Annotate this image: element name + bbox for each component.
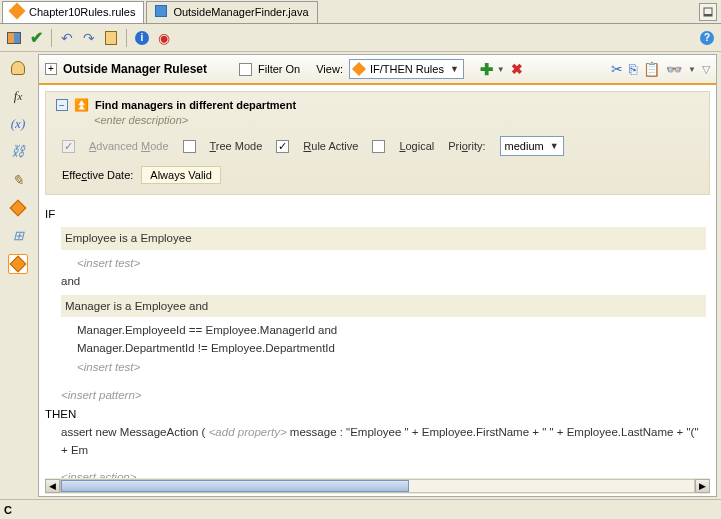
help-icon: ? [700,31,714,45]
chevron-down-icon: ▼ [497,65,505,74]
minimize-icon [703,7,713,17]
side-edit-button[interactable]: ✎ [8,170,28,190]
redo-icon: ↷ [83,30,95,46]
move-down-button[interactable]: ▽ [702,63,710,76]
database-icon [11,61,25,75]
link-icon: ⛓ [11,144,25,160]
rules-file-icon [11,5,25,19]
delete-rule-button[interactable]: ✖ [511,61,523,77]
insert-action-hint[interactable]: <insert action> [61,468,706,478]
tab-rules-file[interactable]: Chapter10Rules.rules [2,1,144,23]
filter-on-label: Filter On [258,63,300,75]
view-select[interactable]: IF/THEN Rules ▼ [349,59,464,79]
check-icon: ✔ [30,28,43,47]
find-button[interactable]: 👓 [666,62,682,77]
undo-icon: ↶ [61,30,73,46]
stop-icon: ◉ [158,30,170,46]
info-icon: i [135,31,149,45]
view-label: View: [316,63,343,75]
chevron-down-icon: ▼ [688,65,696,74]
insert-pattern-hint[interactable]: <insert pattern> [61,386,706,404]
rule-name: Find managers in different department [95,99,296,111]
expand-ruleset-button[interactable]: + [45,63,57,75]
condition-expr-1[interactable]: Manager.EmployeeId == Employee.ManagerId… [77,321,706,339]
scroll-left-button[interactable]: ◀ [45,479,60,493]
chevron-down-icon: ▼ [550,141,559,151]
validate-button[interactable]: ✔ [26,28,46,48]
view-value: IF/THEN Rules [370,63,444,75]
cut-button[interactable]: ✂ [611,61,623,77]
java-file-icon [155,5,169,19]
tree-icon: ⊞ [13,228,24,244]
chevron-down-icon: ▼ [450,64,459,74]
diamond-icon [10,200,27,217]
side-fx-button[interactable]: fx [8,86,28,106]
effective-date-label: Effective Date: [62,169,133,181]
undo-button[interactable]: ↶ [57,28,77,48]
rule-active-label: Rule Active [303,140,358,152]
side-var-button[interactable]: (x) [8,114,28,134]
minimize-editor-button[interactable] [699,3,717,21]
diamond-icon [352,62,366,76]
info-button[interactable]: ◉ [154,28,174,48]
description-hint[interactable]: <enter description> [94,114,699,126]
paste-button[interactable] [101,28,121,48]
redo-button[interactable]: ↷ [79,28,99,48]
paste-button[interactable]: 📋 [643,61,660,77]
insert-test-hint-2[interactable]: <insert test> [77,358,706,376]
side-rule-button[interactable] [8,198,28,218]
then-keyword: THEN [45,405,706,423]
hscroll-thumb[interactable] [61,480,409,492]
collapse-rule-button[interactable]: − [56,99,68,111]
side-link-button[interactable]: ⛓ [8,142,28,162]
add-property-hint[interactable]: <add property> [209,426,287,438]
side-db-button[interactable] [8,58,28,78]
copy-button[interactable]: ⎘ [629,61,637,77]
collapse-all-button[interactable]: ⏫ [74,98,89,112]
tab-label: Chapter10Rules.rules [29,6,135,18]
diamond-selected-icon [10,256,27,273]
condition-expr-2[interactable]: Manager.DepartmentId != Employee.Departm… [77,339,706,357]
effective-date-value[interactable]: Always Valid [141,166,221,184]
side-tree-button[interactable]: ⊞ [8,226,28,246]
options-button[interactable]: i [132,28,152,48]
book-icon [7,32,21,44]
priority-label: Priority: [448,140,485,152]
tree-mode-checkbox[interactable] [183,140,196,153]
and-keyword: and [61,272,706,290]
priority-value: medium [505,140,544,152]
help-button[interactable]: ? [697,28,717,48]
logical-label: Logical [399,140,434,152]
side-ruleset-button[interactable] [8,254,28,274]
priority-select[interactable]: medium ▼ [500,136,564,156]
insert-test-hint[interactable]: <insert test> [77,254,706,272]
add-rule-button[interactable]: ✚ [480,60,493,79]
pencil-icon: ✎ [12,172,24,189]
logical-checkbox[interactable] [372,140,385,153]
clipboard-icon [105,31,117,45]
advanced-mode-checkbox [62,140,75,153]
svg-rect-1 [704,14,712,16]
tab-label: OutsideManagerFinder.java [173,6,308,18]
condition-manager[interactable]: Manager is a Employee and [61,295,706,317]
assert-action[interactable]: assert new MessageAction ( <add property… [61,423,706,460]
scroll-right-button[interactable]: ▶ [695,479,710,493]
if-keyword: IF [45,205,706,223]
tree-mode-label: Tree Mode [210,140,263,152]
ruleset-title: Outside Manager Ruleset [63,62,207,76]
tab-java-file[interactable]: OutsideManagerFinder.java [146,1,317,23]
hscroll-track[interactable] [60,479,695,493]
dictionary-button[interactable] [4,28,24,48]
condition-employee[interactable]: Employee is a Employee [61,227,706,249]
status-indicator: C [4,504,12,516]
advanced-mode-label: AAdvanced Modedvanced Mode [89,140,169,152]
filter-on-checkbox[interactable] [239,63,252,76]
rule-active-checkbox[interactable] [276,140,289,153]
